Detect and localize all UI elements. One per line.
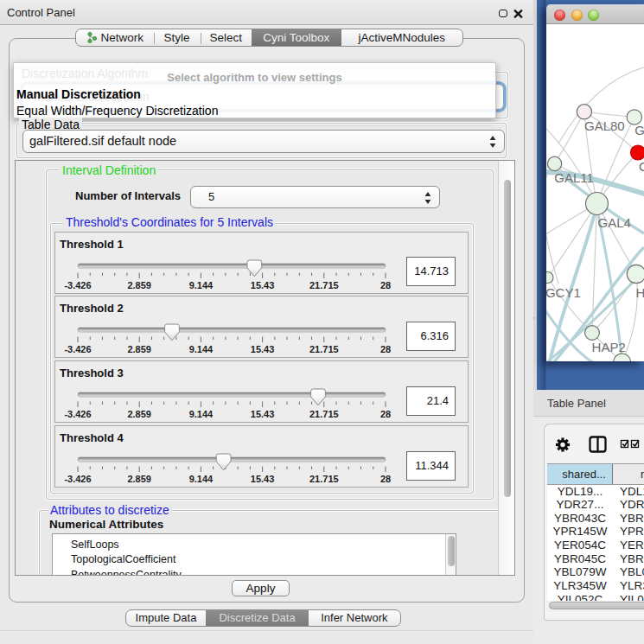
svg-text:2.859: 2.859 xyxy=(127,280,151,290)
svg-text:9.144: 9.144 xyxy=(189,280,214,290)
svg-text:GCY1: GCY1 xyxy=(546,285,581,300)
svg-text:-3.426: -3.426 xyxy=(64,280,91,290)
svg-text:CY: CY xyxy=(639,159,644,174)
svg-text:-3.426: -3.426 xyxy=(64,474,91,484)
svg-text:28: 28 xyxy=(380,409,391,419)
svg-text:28: 28 xyxy=(380,474,391,484)
svg-text:-3.426: -3.426 xyxy=(64,409,91,419)
svg-text:GAL4: GAL4 xyxy=(598,215,631,230)
svg-text:HAP2: HAP2 xyxy=(592,340,626,354)
svg-text:2.859: 2.859 xyxy=(127,344,151,354)
svg-text:-3.426: -3.426 xyxy=(64,344,91,354)
svg-text:GA: GA xyxy=(634,123,644,137)
svg-text:15.43: 15.43 xyxy=(251,409,275,419)
svg-text:15.43: 15.43 xyxy=(251,280,275,290)
svg-text:H: H xyxy=(636,285,644,300)
svg-text:21.715: 21.715 xyxy=(309,474,339,484)
svg-text:9.144: 9.144 xyxy=(189,474,214,484)
svg-text:GAL80: GAL80 xyxy=(584,118,625,133)
svg-text:9.144: 9.144 xyxy=(189,409,214,419)
svg-text:GAL11: GAL11 xyxy=(554,170,594,185)
svg-text:2.859: 2.859 xyxy=(127,474,151,484)
svg-text:15.43: 15.43 xyxy=(251,344,275,354)
svg-text:21.715: 21.715 xyxy=(309,409,339,419)
svg-text:21.715: 21.715 xyxy=(309,344,339,354)
svg-text:21.715: 21.715 xyxy=(309,280,339,290)
svg-text:28: 28 xyxy=(380,280,391,290)
svg-text:9.144: 9.144 xyxy=(189,344,214,354)
svg-text:15.43: 15.43 xyxy=(251,474,275,484)
svg-text:2.859: 2.859 xyxy=(127,409,151,419)
svg-text:28: 28 xyxy=(380,344,391,354)
